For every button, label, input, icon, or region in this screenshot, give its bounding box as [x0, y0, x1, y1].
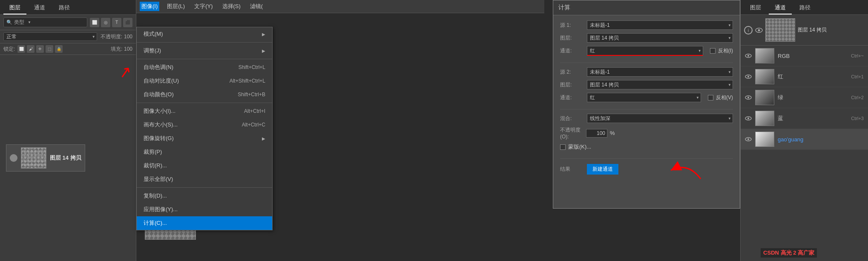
channel-shortcut-green: Ctrl+2	[851, 95, 864, 100]
channel-special[interactable]: gao'guang	[741, 129, 868, 150]
menu-bar: 图像(I) 图层(L) 文字(Y) 选择(S) 滤镜(	[136, 0, 544, 13]
channel1-select[interactable]: 红	[587, 46, 703, 56]
channel-red[interactable]: 红 Ctrl+1	[741, 66, 868, 87]
menu-item-layer[interactable]: 图层(L)	[165, 2, 187, 11]
blend-mode-select[interactable]: 正常	[3, 32, 97, 41]
left-panel: 图层 通道 路径 🔍 类型 ▼ ⬜ ◎ T ⬛ 正常	[0, 0, 136, 261]
channel-thumb-green	[755, 90, 774, 105]
layer2-row: 图层: 图层 14 拷贝	[560, 80, 733, 89]
invert2-checkbox[interactable]	[708, 95, 713, 100]
tab-paths-left[interactable]: 路径	[53, 2, 76, 14]
menu-item-image[interactable]: 图像(I)	[140, 2, 159, 11]
source1-select[interactable]: 未标题-1	[587, 20, 733, 30]
channel1-select-wrapper: 红	[587, 46, 703, 56]
filter-shape-icon[interactable]: ⬛	[123, 18, 132, 27]
blend-mode-wrapper: 正常	[3, 32, 97, 41]
opacity-dialog-row: 不透明度(O): 100 %	[560, 126, 733, 140]
channel-list: RGB Ctrl+~ 红 Ctrl+1 绿	[741, 46, 868, 248]
lock-transparent-btn[interactable]: ⬜	[17, 45, 25, 53]
filter-text-icon[interactable]: T	[112, 18, 121, 27]
source2-label: 源 2:	[560, 69, 583, 76]
right-panel-tabs: 图层 通道 路径	[741, 0, 868, 15]
menu-rotate[interactable]: 图像旋转(G)	[137, 132, 272, 145]
channel-eye-green	[745, 94, 752, 101]
channel-shortcut-red: Ctrl+1	[851, 74, 864, 79]
invert2-label: 反相(V)	[716, 94, 733, 101]
calculate-dialog: 计算 源 1: 未标题-1 图层: 图层 14 拷贝	[553, 0, 740, 209]
menu-reveal-all[interactable]: 显示全部(V)	[137, 172, 272, 186]
menu-calculate[interactable]: 计算(C)...	[137, 216, 272, 230]
menu-item-filter[interactable]: 滤镜(	[248, 2, 264, 11]
lock-all-btn[interactable]: 🔒	[55, 45, 63, 53]
source2-section: 源 2: 未标题-1 图层: 图层 14 拷贝	[560, 67, 733, 109]
lock-row: 锁定: ⬜ 🖌 ✛ ⬚ 🔒 填充: 100	[0, 43, 136, 55]
channel2-select[interactable]: 红	[587, 93, 701, 102]
right-layer-name: 图层 14 拷贝	[798, 26, 827, 34]
right-tab-layers[interactable]: 图层	[744, 2, 767, 14]
result-value: 新建通道	[587, 164, 618, 175]
layer1-select[interactable]: 图层 14 拷贝	[587, 33, 733, 43]
right-tab-channels[interactable]: 通道	[769, 2, 792, 14]
result-label: 结果	[560, 166, 583, 173]
blend-section: 混合: 线性加深 不透明度(O): 100 % 蒙版(K)...	[560, 114, 733, 159]
menu-apply-image[interactable]: 应用图像(Y)...	[137, 203, 272, 216]
info-icon: i	[744, 26, 753, 34]
separator-2	[137, 59, 272, 59]
tab-layers[interactable]: 图层	[3, 2, 26, 14]
menu-adjust[interactable]: 调整(J)	[137, 44, 272, 57]
menu-auto-tone[interactable]: 自动色调(N) Shift+Ctrl+L	[137, 60, 272, 74]
filter-type-label: 类型	[14, 19, 24, 26]
source2-select[interactable]: 未标题-1	[587, 67, 733, 77]
right-panel: 图层 通道 路径 i 图层 14 拷贝	[740, 0, 868, 261]
layer2-select[interactable]: 图层 14 拷贝	[587, 80, 733, 89]
layer-visibility-eye[interactable]	[755, 26, 763, 34]
menu-auto-contrast[interactable]: 自动对比度(U) Alt+Shift+Ctrl+L	[137, 74, 272, 88]
opacity-unit: %	[610, 130, 615, 136]
tab-channels-left[interactable]: 通道	[28, 2, 51, 14]
blend-label: 混合:	[560, 115, 583, 122]
lock-paint-btn[interactable]: 🖌	[27, 45, 34, 53]
layer-list: 图层 14 拷贝 ↗	[0, 55, 136, 261]
menu-auto-color[interactable]: 自动颜色(O) Shift+Ctrl+B	[137, 88, 272, 101]
menu-duplicate[interactable]: 复制(D)...	[137, 189, 272, 203]
menu-item-text[interactable]: 文字(Y)	[193, 2, 214, 11]
channel-name-red: 红	[778, 73, 783, 80]
search-icon: 🔍	[6, 20, 12, 25]
opacity-dialog-input[interactable]: 100	[586, 129, 607, 138]
menu-mode[interactable]: 模式(M)	[137, 27, 272, 41]
invert1-checkbox[interactable]	[710, 48, 716, 54]
dialog-body: 源 1: 未标题-1 图层: 图层 14 拷贝	[553, 15, 740, 189]
blend-select[interactable]: 线性加深	[587, 114, 733, 123]
separator-4	[137, 187, 272, 188]
lock-artboard-btn[interactable]: ⬚	[46, 45, 53, 53]
channel-rgb[interactable]: RGB Ctrl+~	[741, 46, 868, 66]
blend-select-wrapper: 线性加深	[587, 114, 733, 123]
channel-name-special: gao'guang	[778, 136, 803, 143]
matte-checkbox[interactable]	[560, 144, 566, 150]
svg-point-11	[747, 118, 749, 119]
right-tab-paths[interactable]: 路径	[793, 2, 816, 14]
source2-select-wrapper: 未标题-1	[587, 67, 733, 77]
menu-item-select[interactable]: 选择(S)	[221, 2, 242, 11]
menu-image-size[interactable]: 图像大小(I)... Alt+Ctrl+I	[137, 104, 272, 118]
menu-crop[interactable]: 裁剪(P)	[137, 145, 272, 159]
invert2-row: 反相(V)	[708, 94, 733, 101]
filter-search[interactable]: 🔍 类型 ▼	[3, 17, 87, 27]
svg-point-3	[758, 29, 760, 31]
layer-item[interactable]: 图层 14 拷贝	[6, 144, 85, 172]
result-row: 结果 新建通道	[560, 164, 733, 175]
menu-canvas-size[interactable]: 画布大小(S)... Alt+Ctrl+C	[137, 118, 272, 132]
channel-blue[interactable]: 蓝 Ctrl+3	[741, 108, 868, 129]
channel-thumb-blue	[755, 111, 774, 126]
layer-thumb-inner	[21, 148, 46, 168]
channel-green[interactable]: 绿 Ctrl+2	[741, 87, 868, 108]
filter-image-icon[interactable]: ⬜	[90, 18, 99, 27]
source1-row: 源 1: 未标题-1	[560, 20, 733, 30]
menu-trim[interactable]: 裁切(R)...	[137, 159, 272, 172]
lock-move-btn[interactable]: ✛	[36, 45, 44, 53]
filter-adjust-icon[interactable]: ◎	[101, 18, 110, 27]
channel-name-rgb: RGB	[778, 53, 790, 59]
channel1-row: 通道: 红 反相(I)	[560, 46, 733, 56]
opacity-label: 不透明度:	[101, 33, 122, 40]
layer-eye-icon[interactable]	[10, 154, 17, 162]
